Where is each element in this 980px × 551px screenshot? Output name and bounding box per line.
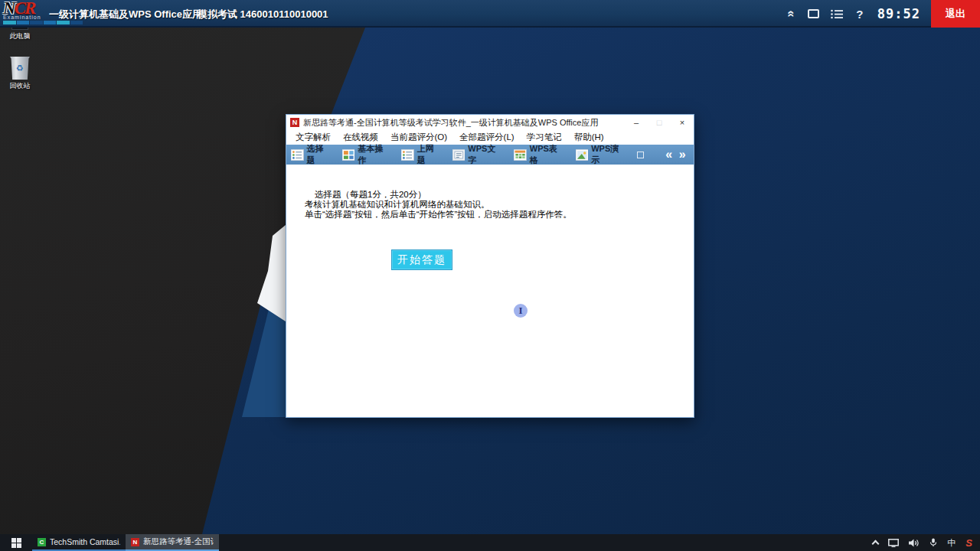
volume-icon[interactable] <box>909 534 920 551</box>
window-title: 新思路等考通-全国计算机等级考试学习软件_一级计算机基础及WPS Office应… <box>303 117 625 129</box>
menu-online-video[interactable]: 在线视频 <box>337 132 384 143</box>
menu-help[interactable]: 帮助(H) <box>568 132 610 143</box>
tab-wps-writer[interactable]: WPS文字 <box>452 143 503 166</box>
system-tray: 中 S <box>873 534 980 551</box>
menu-study-notes[interactable]: 学习笔记 <box>521 132 568 143</box>
tab-wps-presentation[interactable]: WPS演示 <box>576 143 626 166</box>
tab-multiple-choice[interactable]: 选择题 <box>291 143 332 166</box>
input-method-indicator[interactable]: 中 <box>947 534 956 551</box>
app-window: N 新思路等考通-全国计算机等级考试学习软件_一级计算机基础及WPS Offic… <box>286 114 694 418</box>
window-panel-icon[interactable] <box>802 0 825 28</box>
camtasia-app-icon: C <box>38 538 46 546</box>
list-icon <box>291 149 304 161</box>
section-instructions: 单击“选择题”按钮，然后单击“开始作答”按钮，启动选择题程序作答。 <box>305 209 572 220</box>
nav-prev-icon[interactable]: « <box>662 145 676 164</box>
start-button[interactable] <box>0 534 32 551</box>
exam-app-icon: N <box>131 538 139 546</box>
exit-exam-button[interactable]: 退出 <box>931 0 980 28</box>
collapse-bar-icon[interactable]: » <box>779 0 802 28</box>
camtasia-tray-icon[interactable]: S <box>965 534 972 551</box>
taskbar: C TechSmith Camtasi... N 新思路等考通-全国计... 中… <box>0 534 980 551</box>
text-cursor: I <box>514 304 528 318</box>
content-area: 选择题（每题1分，共20分） 考核计算机基础知识和计算机网络的基础知识。 单击“… <box>286 165 694 417</box>
toolbar-square-icon[interactable] <box>637 152 644 158</box>
spreadsheet-icon <box>514 149 527 161</box>
nav-next-icon[interactable]: » <box>675 145 689 164</box>
taskbar-item-exam-app[interactable]: N 新思路等考通-全国计... <box>126 534 219 551</box>
presentation-icon <box>576 149 589 161</box>
question-list-icon[interactable] <box>825 0 848 28</box>
recycle-bin-label: 回收站 <box>0 81 40 91</box>
tab-wps-spreadsheet[interactable]: WPS表格 <box>514 143 564 166</box>
minimize-button[interactable]: – <box>625 116 648 130</box>
app-icon: N <box>290 118 299 127</box>
menu-text-analysis[interactable]: 文字解析 <box>289 132 337 143</box>
tab-basic-operations[interactable]: 基本操作 <box>342 143 390 166</box>
close-button[interactable]: × <box>671 116 694 130</box>
menu-score-all[interactable]: 全部题评分(L) <box>453 132 521 143</box>
exam-course-title: 一级计算机基础及WPS Office应用 <box>49 8 202 21</box>
start-answering-button[interactable]: 开始答题 <box>391 249 452 270</box>
tray-chevron-up-icon[interactable] <box>873 534 878 551</box>
tab-internet[interactable]: 上网题 <box>401 143 442 166</box>
taskbar-item-camtasia[interactable]: C TechSmith Camtasi... <box>32 534 126 551</box>
microphone-icon[interactable] <box>929 534 937 551</box>
recycle-bin-icon: ♻ <box>10 57 30 80</box>
this-pc-label: 此电脑 <box>0 31 40 41</box>
section-toolbar: 选择题 基本操作 上网题 WPS文字 <box>286 145 694 165</box>
wallpaper-art <box>0 28 306 534</box>
help-icon[interactable]: ? <box>848 0 871 28</box>
document-icon <box>452 149 466 161</box>
desktop-icon-recycle-bin[interactable]: ♻ 回收站 <box>0 57 40 91</box>
maximize-button: □ <box>648 116 671 130</box>
network-display-icon[interactable] <box>888 534 899 551</box>
menu-score-current[interactable]: 当前题评分(O) <box>384 132 453 143</box>
panes-icon <box>342 149 355 161</box>
exam-session-label: 模拟考试 1460010110010001 <box>198 8 328 21</box>
list-icon <box>401 149 414 161</box>
window-title-bar[interactable]: N 新思路等考通-全国计算机等级考试学习软件_一级计算机基础及WPS Offic… <box>286 115 694 130</box>
exam-top-bar: NCR Examination 一级计算机基础及WPS Office应用 模拟考… <box>0 0 980 28</box>
recycle-symbol: ♻ <box>10 64 30 73</box>
exam-timer: 89:52 <box>877 6 920 21</box>
windows-logo-icon <box>11 538 21 548</box>
